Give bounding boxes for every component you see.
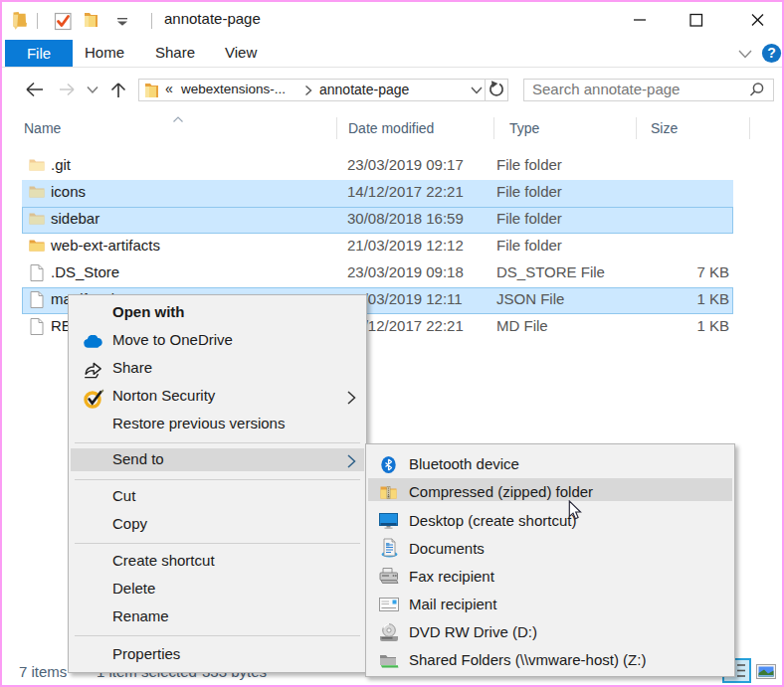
svg-text:?: ? [767,45,776,61]
